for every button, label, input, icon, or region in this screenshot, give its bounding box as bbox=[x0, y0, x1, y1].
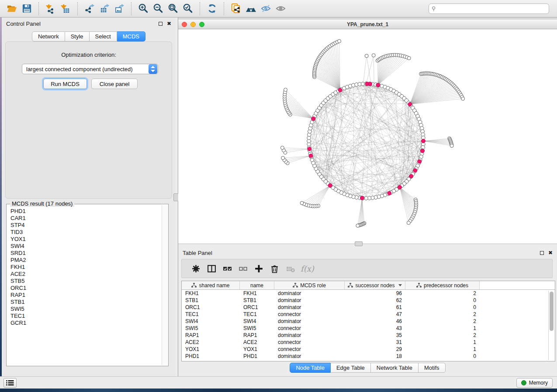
network-graph bbox=[178, 29, 557, 244]
table-row[interactable]: YOX1YOX1connector291 bbox=[182, 346, 555, 353]
export-image-icon[interactable] bbox=[112, 2, 127, 15]
table-row[interactable]: PHD1PHD1dominator180 bbox=[182, 353, 555, 360]
zoom-out-icon[interactable] bbox=[151, 2, 166, 15]
mcds-result-item[interactable]: PHD1 bbox=[7, 208, 161, 215]
table-cell: dominator bbox=[274, 332, 345, 339]
hide-unselected-icon[interactable] bbox=[258, 2, 273, 15]
tab-network-table[interactable]: Network Table bbox=[371, 363, 419, 373]
split-columns-icon[interactable] bbox=[204, 261, 219, 276]
float-table-panel-icon[interactable] bbox=[540, 251, 544, 255]
column-header-shared-name[interactable]: shared name bbox=[182, 281, 240, 289]
function-builder-icon[interactable]: f(x) bbox=[301, 264, 314, 273]
memory-button[interactable]: Memory bbox=[516, 378, 553, 388]
run-mcds-button[interactable]: Run MCDS bbox=[43, 79, 87, 89]
mcds-result-item[interactable]: CAR1 bbox=[7, 215, 161, 222]
mcds-result-item[interactable]: STB1 bbox=[7, 299, 161, 306]
network-view-canvas[interactable] bbox=[178, 29, 557, 244]
open-file-icon[interactable] bbox=[4, 2, 19, 15]
column-header-MCDS-role[interactable]: MCDS role bbox=[274, 281, 345, 289]
save-session-icon[interactable] bbox=[19, 2, 34, 15]
zoom-selected-icon[interactable] bbox=[180, 2, 195, 15]
tab-motifs[interactable]: Motifs bbox=[419, 363, 446, 373]
list-icon bbox=[6, 380, 14, 386]
table-cell: 47 bbox=[345, 311, 405, 318]
zoom-in-icon[interactable] bbox=[136, 2, 151, 15]
window-close-icon[interactable] bbox=[182, 22, 187, 27]
export-network-icon[interactable] bbox=[82, 2, 97, 15]
mcds-result-item[interactable]: GCR1 bbox=[7, 320, 161, 327]
horizontal-splitter-grip[interactable] bbox=[355, 241, 363, 246]
tab-select[interactable]: Select bbox=[90, 31, 117, 41]
column-header-successor-nodes[interactable]: successor nodes bbox=[345, 281, 405, 289]
mcds-result-list[interactable]: PHD1CAR1STP4TID3YOX1SWI4SRD1PMA2FKH1ACE2… bbox=[7, 208, 161, 365]
unchecked-pair-icon[interactable] bbox=[235, 261, 251, 276]
tab-style[interactable]: Style bbox=[65, 31, 90, 41]
import-network-icon[interactable] bbox=[43, 2, 58, 15]
table-cell: SWI5 bbox=[182, 325, 240, 332]
criterion-dropdown[interactable]: largest connected component (undirected) bbox=[22, 64, 158, 74]
zoom-fit-icon[interactable] bbox=[166, 2, 180, 15]
window-minimize-icon[interactable] bbox=[190, 22, 196, 27]
table-cell: 0 bbox=[405, 297, 480, 304]
float-panel-icon[interactable] bbox=[159, 22, 163, 26]
close-panel-button[interactable]: Close panel bbox=[91, 79, 138, 89]
mcds-result-item[interactable]: YOX1 bbox=[7, 236, 161, 243]
status-bar: Memory bbox=[0, 376, 557, 389]
mcds-result-item[interactable]: SRD1 bbox=[7, 250, 161, 257]
column-header-name[interactable]: name bbox=[240, 281, 274, 289]
add-column-icon[interactable] bbox=[251, 261, 266, 276]
close-table-panel-icon[interactable]: ✖ bbox=[548, 250, 553, 256]
table-row[interactable]: SWI4SWI4dominator462 bbox=[182, 318, 555, 325]
horizontal-splitter[interactable] bbox=[178, 244, 557, 247]
window-maximize-icon[interactable] bbox=[199, 22, 204, 27]
table-panel: Table Panel ✖ f(x) shared namenameMCDS r… bbox=[178, 247, 557, 376]
mcds-result-item[interactable]: RAP1 bbox=[7, 292, 161, 299]
search-input[interactable] bbox=[429, 3, 549, 14]
node-table[interactable]: shared namenameMCDS rolesuccessor nodesp… bbox=[181, 281, 555, 361]
table-row[interactable]: FKH1FKH1dominator962 bbox=[182, 290, 555, 297]
tab-network[interactable]: Network bbox=[32, 31, 65, 41]
mcds-result-item[interactable]: STP4 bbox=[7, 222, 161, 229]
table-row[interactable]: TEC1TEC1connector472 bbox=[182, 311, 555, 318]
mcds-result-item[interactable]: STB5 bbox=[7, 278, 161, 285]
task-history-button[interactable] bbox=[3, 378, 17, 388]
tab-node-table[interactable]: Node Table bbox=[290, 363, 331, 373]
table-row[interactable]: RAP1RAP1dominator352 bbox=[182, 332, 555, 339]
table-row[interactable]: ACE2ACE2connector311 bbox=[182, 339, 555, 346]
close-panel-icon[interactable]: ✖ bbox=[167, 21, 171, 27]
mcds-result-item[interactable]: FKH1 bbox=[7, 264, 161, 271]
mcds-result-item[interactable]: TEC1 bbox=[7, 313, 161, 320]
delete-column-icon[interactable] bbox=[266, 261, 282, 276]
mcds-result-item[interactable]: ACE2 bbox=[7, 271, 161, 278]
search-icon: ⚲ bbox=[432, 5, 436, 12]
network-window-titlebar[interactable]: YPA_prune.txt_1 bbox=[178, 20, 557, 29]
table-row[interactable]: ORC1ORC1dominator610 bbox=[182, 304, 555, 311]
table-row[interactable]: STB1STB1dominator620 bbox=[182, 297, 555, 304]
table-cell: PHD1 bbox=[182, 353, 240, 360]
table-cell: 1 bbox=[405, 325, 480, 332]
refresh-icon[interactable] bbox=[204, 2, 219, 15]
mcds-result-item[interactable]: ORC1 bbox=[7, 285, 161, 292]
table-cell: TEC1 bbox=[240, 311, 274, 318]
checked-pair-icon[interactable] bbox=[219, 261, 235, 276]
mcds-list-scrollbar[interactable] bbox=[162, 205, 168, 365]
import-table-icon[interactable] bbox=[58, 2, 73, 15]
table-scrollbar[interactable] bbox=[548, 291, 554, 360]
export-table-icon[interactable] bbox=[97, 2, 112, 15]
mcds-result-item[interactable]: PMA2 bbox=[7, 257, 161, 264]
gear-icon[interactable] bbox=[188, 261, 204, 276]
mcds-result-item[interactable]: TID3 bbox=[7, 229, 161, 236]
tab-mcds[interactable]: MCDS bbox=[117, 31, 145, 41]
birds-eye-icon[interactable] bbox=[243, 2, 258, 15]
table-cell: dominator bbox=[274, 304, 345, 311]
duplicate-network-icon[interactable] bbox=[228, 2, 243, 15]
column-label: shared name bbox=[199, 282, 229, 289]
mcds-result-item[interactable]: SWI5 bbox=[7, 306, 161, 313]
mcds-result-item[interactable]: SWI4 bbox=[7, 243, 161, 250]
tab-edge-table[interactable]: Edge Table bbox=[331, 363, 371, 373]
show-all-icon[interactable] bbox=[273, 2, 288, 15]
table-row[interactable]: SWI5SWI5connector431 bbox=[182, 325, 555, 332]
column-header-predecessor-nodes[interactable]: predecessor nodes bbox=[405, 281, 480, 289]
table-cell: connector bbox=[274, 346, 345, 353]
table-scrollbar-thumb[interactable] bbox=[550, 292, 554, 331]
